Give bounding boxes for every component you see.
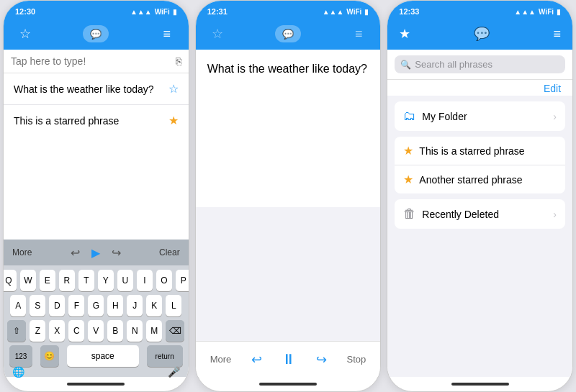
- displayed-phrase: What is the weather like today?: [207, 61, 369, 77]
- key-x[interactable]: X: [49, 320, 65, 342]
- chat-bubble-icon: 💬: [282, 29, 294, 40]
- key-j[interactable]: J: [127, 295, 143, 316]
- copy-icon[interactable]: ⎘: [176, 55, 181, 67]
- keyboard-toolbar: More ↩ ▶ ↪ Clear: [4, 240, 189, 265]
- signal-icon: ▲▲▲: [514, 8, 536, 16]
- more-button[interactable]: More: [210, 354, 232, 365]
- menu-icon[interactable]: ≡: [157, 27, 177, 42]
- key-l[interactable]: L: [166, 295, 181, 316]
- pause-icon[interactable]: ⏸: [282, 351, 296, 368]
- phrase-list: What is the weather like today? ☆ This i…: [4, 73, 189, 240]
- list-item[interactable]: ★ This is a starred phrase: [395, 137, 565, 165]
- text-input-row[interactable]: ⎘: [4, 50, 189, 73]
- key-emoji[interactable]: 😊: [40, 345, 59, 367]
- menu-icon[interactable]: ≡: [554, 27, 562, 42]
- more-button[interactable]: More: [12, 247, 32, 257]
- key-i[interactable]: I: [137, 270, 153, 291]
- recently-deleted-label: Recently Deleted: [422, 209, 499, 220]
- key-u[interactable]: U: [117, 270, 133, 291]
- key-c[interactable]: C: [68, 320, 84, 342]
- recently-deleted-section: 🗑 Recently Deleted ›: [395, 199, 565, 229]
- folder-icon: 🗂: [403, 109, 416, 124]
- phone3-time: 12:33: [399, 7, 419, 16]
- undo-icon[interactable]: ↩: [71, 246, 80, 260]
- forward-icon[interactable]: ↪: [316, 352, 327, 368]
- edit-button[interactable]: Edit: [544, 83, 561, 94]
- list-item[interactable]: ★ Another starred phrase: [395, 165, 565, 193]
- phrase-text: What is the weather like today?: [14, 83, 154, 95]
- phone2-time: 12:31: [207, 7, 228, 16]
- menu-icon[interactable]: ≡: [348, 27, 369, 42]
- wifi-icon: WiFi: [155, 8, 170, 16]
- replay-icon[interactable]: ↩: [251, 352, 262, 368]
- key-f[interactable]: F: [68, 295, 84, 316]
- key-k[interactable]: K: [146, 295, 162, 316]
- phone3-status-icons: ▲▲▲ WiFi ▮: [514, 8, 561, 16]
- phone1-content: ⎘ What is the weather like today? ☆ This…: [4, 50, 189, 240]
- key-v[interactable]: V: [88, 320, 104, 342]
- key-p[interactable]: P: [176, 270, 189, 291]
- phone1-time: 12:30: [15, 7, 35, 16]
- key-row-4: 123 😊 space return: [6, 345, 186, 367]
- search-bar[interactable]: 🔍 Search all phrases: [395, 55, 565, 73]
- key-shift[interactable]: ⇧: [7, 320, 26, 342]
- key-m[interactable]: M: [146, 320, 162, 342]
- key-e[interactable]: E: [40, 270, 55, 291]
- chat-icon[interactable]: 💬: [275, 25, 301, 42]
- phone3-nav-bar: ★ 💬 ≡: [387, 21, 572, 50]
- text-input[interactable]: [11, 55, 171, 67]
- key-t[interactable]: T: [78, 270, 94, 291]
- home-bar: [387, 377, 572, 391]
- star-icon[interactable]: ☆: [207, 26, 228, 42]
- phone1-status-bar: 12:30 ▲▲▲ WiFi ▮: [4, 1, 189, 21]
- key-w[interactable]: W: [20, 270, 36, 291]
- play-icon[interactable]: ▶: [91, 246, 100, 260]
- key-space[interactable]: space: [67, 345, 139, 367]
- star-filled-icon[interactable]: ★: [168, 114, 179, 127]
- key-a[interactable]: A: [10, 295, 26, 316]
- search-icon: 🔍: [400, 60, 411, 70]
- key-row-1: Q W E R T Y U I O P: [6, 270, 186, 291]
- chat-icon[interactable]: 💬: [474, 26, 490, 42]
- star-outline-icon[interactable]: ☆: [168, 82, 179, 96]
- key-z[interactable]: Z: [30, 320, 45, 342]
- chat-icon[interactable]: 💬: [83, 25, 109, 42]
- recently-deleted-item[interactable]: 🗑 Recently Deleted ›: [395, 199, 565, 229]
- phone1-nav-bar: ☆ 💬 ≡: [4, 21, 189, 50]
- key-h[interactable]: H: [107, 295, 123, 316]
- key-n[interactable]: N: [127, 320, 143, 342]
- key-return[interactable]: return: [147, 345, 183, 367]
- key-b[interactable]: B: [107, 320, 123, 342]
- star-filled-icon[interactable]: ★: [399, 26, 410, 42]
- keyboard-area: More ↩ ▶ ↪ Clear Q W E R T Y U I O P: [4, 240, 189, 377]
- my-folder-item[interactable]: 🗂 My Folder ›: [395, 101, 565, 131]
- globe-icon[interactable]: 🌐: [12, 366, 24, 378]
- signal-icon: ▲▲▲: [323, 8, 344, 16]
- phone2: 12:31 ▲▲▲ WiFi ▮ ☆ 💬 ≡ What is the weath…: [195, 0, 382, 392]
- key-d[interactable]: D: [49, 295, 65, 316]
- list-item[interactable]: What is the weather like today? ☆: [4, 73, 189, 105]
- key-g[interactable]: G: [88, 295, 104, 316]
- folder-label: My Folder: [422, 111, 467, 122]
- clear-button[interactable]: Clear: [159, 247, 180, 257]
- folder-left: 🗂 My Folder: [403, 109, 467, 124]
- key-y[interactable]: Y: [98, 270, 114, 291]
- key-s[interactable]: S: [30, 295, 45, 316]
- key-row-2: A S D F G H J K L: [6, 295, 186, 316]
- stop-button[interactable]: Stop: [347, 354, 366, 365]
- key-delete[interactable]: ⌫: [166, 320, 184, 342]
- key-q[interactable]: Q: [3, 270, 17, 291]
- starred-section: ★ This is a starred phrase ★ Another sta…: [395, 137, 565, 193]
- key-numbers[interactable]: 123: [9, 345, 32, 367]
- mic-icon[interactable]: 🎤: [168, 366, 180, 378]
- star-icon[interactable]: ☆: [15, 26, 35, 42]
- home-indicator: [451, 383, 509, 386]
- phone2-status-icons: ▲▲▲ WiFi ▮: [323, 8, 369, 16]
- key-r[interactable]: R: [59, 270, 75, 291]
- key-o[interactable]: O: [156, 270, 172, 291]
- home-indicator: [259, 383, 317, 386]
- starred-phrase-text: Another starred phrase: [419, 174, 522, 186]
- edit-row: Edit: [387, 80, 572, 96]
- list-item[interactable]: This is a starred phrase ★: [4, 105, 189, 136]
- redo-icon[interactable]: ↪: [112, 246, 121, 260]
